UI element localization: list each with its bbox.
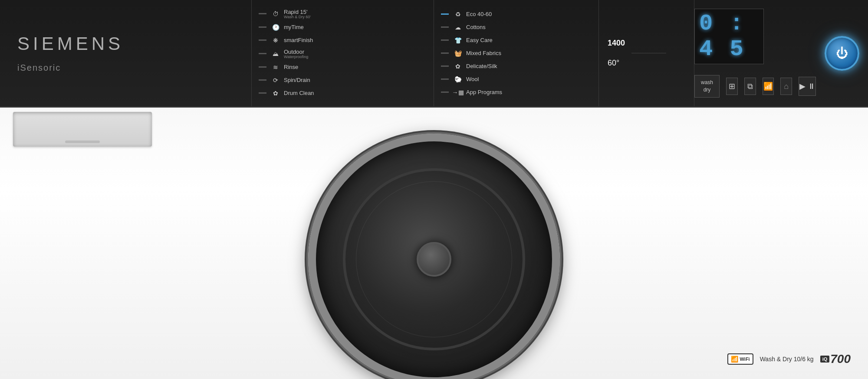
- wash-dry-button[interactable]: wash dry: [694, 75, 720, 98]
- play-pause-icon: ▶ ⏸: [799, 82, 815, 91]
- list-item[interactable]: 👕 Easy Care: [441, 34, 592, 47]
- program-label: OutdoorWaterproofing: [284, 49, 308, 59]
- appprograms-icon: →▦: [453, 88, 463, 97]
- spindrain-icon: ⟳: [271, 75, 280, 85]
- list-item[interactable]: ✿ Drum Clean: [259, 87, 427, 100]
- program-indicator: [441, 52, 449, 54]
- list-item[interactable]: ♻ Eco 40-60: [441, 8, 592, 21]
- program-label: Drum Clean: [284, 90, 314, 96]
- program-indicator: [259, 26, 266, 28]
- mytime-icon: 🕐: [271, 23, 280, 32]
- list-item[interactable]: ≋ Rinse: [259, 61, 427, 74]
- main-controls: + − 0 : 4 5 wash dry ⊞: [694, 0, 816, 106]
- wifi-icon: 📶: [763, 82, 773, 91]
- programs-right: ♻ Eco 40-60 ☁ Cottons 👕 Easy Care 🧺 Mixe…: [434, 0, 599, 106]
- digit-2: 5: [730, 36, 745, 62]
- drawer-handle[interactable]: [65, 140, 100, 143]
- program-label: Eco 40-60: [466, 11, 492, 17]
- washing-door[interactable]: [308, 134, 560, 379]
- detergent-drawer[interactable]: [13, 112, 152, 147]
- easycare-icon: 👕: [453, 36, 463, 45]
- wifi-badge: 📶 WiFi: [727, 353, 753, 365]
- wash-dry-capacity: Wash & Dry 10/6 kg: [760, 356, 814, 363]
- program-indicator: [441, 65, 449, 67]
- eco-icon: ♻: [453, 10, 463, 19]
- program-label: Rinse: [284, 64, 298, 70]
- iq-number: 700: [830, 352, 851, 366]
- list-item[interactable]: 🐑 Wool: [441, 73, 592, 86]
- power-button[interactable]: ⏻: [825, 36, 859, 71]
- program-indicator: [259, 66, 266, 68]
- iq-box: iQ: [820, 356, 830, 363]
- brand-logo: SIEMENS: [17, 33, 234, 54]
- program-indicator: [259, 79, 266, 81]
- list-item[interactable]: 🕐 myTime: [259, 21, 427, 34]
- program-indicator: [441, 91, 449, 93]
- door-inner: [343, 168, 525, 350]
- rinse-icon: ≋: [271, 62, 280, 72]
- program-indicator: [441, 78, 449, 80]
- wash-label: wash: [701, 79, 713, 86]
- program-indicator: [259, 13, 266, 14]
- power-section: ⏻: [816, 0, 868, 106]
- list-item[interactable]: ⏱ Rapid 15'Wash & Dry 60': [259, 7, 427, 21]
- drumclean-icon: ✿: [271, 88, 280, 98]
- time-digits: 0 : 4 5: [694, 9, 764, 64]
- list-item[interactable]: ☁ Cottons: [441, 21, 592, 34]
- list-item[interactable]: ❋ smartFinish: [259, 34, 427, 47]
- list-item[interactable]: ⛰ OutdoorWaterproofing: [259, 47, 427, 61]
- program-indicator: [259, 53, 266, 54]
- wool-label: Wool: [466, 76, 479, 82]
- appprograms-label: App Programs: [466, 89, 502, 95]
- temperature-value[interactable]: 60°: [603, 59, 619, 68]
- wifi-text: WiFi: [740, 356, 750, 362]
- play-pause-button[interactable]: ▶ ⏸: [799, 77, 816, 96]
- list-item[interactable]: 🧺 Mixed Fabrics: [441, 47, 592, 60]
- machine-body: 📶 WiFi Wash & Dry 10/6 kg iQ 700: [0, 108, 868, 379]
- list-item[interactable]: ⟳ Spin/Drain: [259, 74, 427, 87]
- dry-label: dry: [701, 86, 713, 94]
- delicate-icon: ✿: [453, 62, 463, 71]
- program-label: Delicate/Silk: [466, 63, 497, 69]
- rapid-icon: ⏱: [271, 9, 280, 19]
- list-item[interactable]: ✿ Delicate/Silk: [441, 60, 592, 73]
- digit-0: 0: [699, 11, 714, 36]
- home-button[interactable]: ⌂: [780, 78, 792, 95]
- time-display: 0 : 4 5: [694, 9, 764, 64]
- drum-lines: [356, 181, 512, 337]
- program-indicator: [259, 92, 266, 94]
- control-panel: SIEMENS iSensoric ⏱ Rapid 15'Wash & Dry …: [0, 0, 868, 108]
- brand-section: SIEMENS iSensoric: [0, 0, 252, 106]
- speed-value[interactable]: 1400: [603, 39, 625, 48]
- smartfinish-icon: ❋: [271, 36, 280, 45]
- digit-1: 4: [699, 36, 714, 62]
- program-label: myTime: [284, 24, 304, 30]
- grid-button[interactable]: ⊞: [726, 78, 738, 95]
- list-item[interactable]: →▦ App Programs: [441, 86, 592, 99]
- copy-button[interactable]: ⧉: [744, 78, 756, 95]
- wool-icon: 🐑: [453, 75, 463, 84]
- mixedfabrics-icon: 🧺: [453, 49, 463, 58]
- programs-left: ⏱ Rapid 15'Wash & Dry 60' 🕐 myTime ❋ sma…: [252, 0, 434, 106]
- program-label: Mixed Fabrics: [466, 50, 501, 56]
- program-indicator: [441, 26, 449, 28]
- grid-icon: ⊞: [729, 82, 735, 91]
- program-indicator-active: [441, 13, 449, 15]
- cottons-icon: ☁: [453, 23, 463, 32]
- program-label: Spin/Drain: [284, 77, 310, 83]
- speed-temp-display: 1400 60°: [599, 0, 694, 106]
- power-icon: ⏻: [836, 46, 848, 60]
- iq-badge: iQ 700: [820, 352, 851, 366]
- washing-machine: SIEMENS iSensoric ⏱ Rapid 15'Wash & Dry …: [0, 0, 868, 379]
- program-label: Rapid 15'Wash & Dry 60': [284, 9, 311, 19]
- program-label: Cottons: [466, 24, 486, 30]
- model-line: iSensoric: [17, 63, 234, 73]
- control-buttons-row: wash dry ⊞ ⧉ 📶 ⌂ ▶ ⏸: [694, 75, 816, 98]
- wifi-button[interactable]: 📶: [763, 78, 774, 95]
- program-indicator: [441, 39, 449, 41]
- program-indicator: [259, 39, 266, 41]
- program-label: smartFinish: [284, 37, 313, 43]
- easycare-label: Easy Care: [466, 37, 493, 43]
- home-icon: ⌂: [784, 82, 789, 91]
- copy-icon: ⧉: [747, 82, 753, 91]
